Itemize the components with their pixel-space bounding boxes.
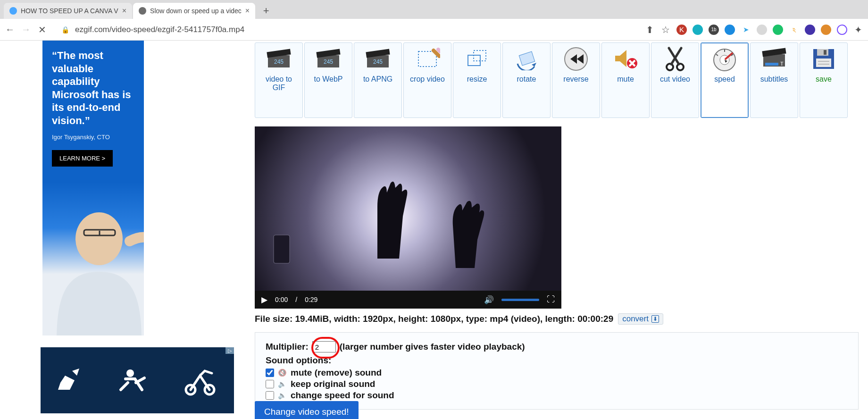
tool-rotate[interactable]: rotate: [502, 42, 551, 118]
extension-icon[interactable]: [821, 25, 831, 35]
option-mute[interactable]: 🔇 mute (remove) sound: [266, 368, 848, 378]
extension-icon[interactable]: 1b: [709, 25, 719, 35]
keep-checkbox[interactable]: [266, 380, 274, 388]
svg-text:245: 245: [373, 59, 383, 65]
change-checkbox[interactable]: [266, 391, 274, 400]
extension-icon[interactable]: [773, 25, 783, 35]
option-change[interactable]: 🔈 change speed for sound: [266, 390, 848, 401]
extension-icon[interactable]: [805, 25, 815, 35]
ad-graphic-icon: [53, 364, 91, 397]
tool-label: video to GIF: [266, 75, 292, 92]
tool-mute[interactable]: mute: [601, 42, 650, 118]
clapper-icon: 245: [364, 46, 392, 72]
ad-badge-icon: ▷: [225, 347, 234, 354]
extensions-menu-icon[interactable]: ✦: [853, 24, 863, 35]
browser-toolbar: ← → ✕ 🔒 ezgif.com/video-speed/ezgif-2-54…: [0, 19, 868, 41]
tool-speed[interactable]: speed: [701, 42, 749, 118]
extension-icon[interactable]: [837, 25, 847, 35]
ad-graphic-icon: [179, 364, 221, 397]
bookmark-icon[interactable]: ☆: [660, 24, 671, 35]
svg-rect-30: [765, 63, 778, 66]
multiplier-hint: (larger number gives faster video playba…: [340, 342, 525, 352]
stop-icon[interactable]: ✕: [37, 24, 47, 35]
address-url[interactable]: ezgif.com/video-speed/ezgif-2-5411757f0a…: [75, 25, 244, 34]
tool-label: save: [816, 75, 832, 84]
ad-cta-button[interactable]: LEARN MORE >: [52, 150, 113, 167]
svg-rect-38: [274, 235, 290, 263]
speed-options-form: Multiplier: (larger number gives faster …: [255, 332, 859, 410]
tool-label: reverse: [563, 75, 588, 84]
fullscreen-icon[interactable]: ⛶: [547, 295, 555, 304]
svg-text:T: T: [780, 61, 784, 67]
tool-cut-video[interactable]: cut video: [651, 42, 699, 118]
convert-label: convert: [622, 314, 649, 324]
tool-label: to WebP: [314, 75, 342, 84]
video-frame: [255, 126, 561, 291]
tab-close-icon[interactable]: ×: [245, 7, 250, 15]
tool-label: subtitles: [760, 75, 788, 84]
clapper-icon: 245: [314, 46, 342, 72]
browser-tab[interactable]: Slow down or speed up a videc ×: [133, 3, 255, 19]
back-icon[interactable]: ←: [5, 24, 15, 35]
crop-icon: [413, 46, 442, 72]
clapper-icon: 245: [265, 46, 293, 72]
volume-slider[interactable]: [501, 299, 539, 301]
resize-icon: [463, 46, 491, 72]
rewind-icon: [562, 46, 590, 72]
lock-icon[interactable]: 🔒: [61, 26, 69, 34]
tool-crop-video[interactable]: crop video: [403, 42, 451, 118]
extension-icon[interactable]: ➤: [741, 25, 751, 35]
browser-tab[interactable]: HOW TO SPEED UP A CANVA V ×: [4, 3, 132, 19]
scissors-icon: [661, 46, 689, 72]
toolbar-actions: ⬆︎ ☆ K 1b ➤ ঽ ✦: [644, 24, 863, 35]
svg-point-3: [126, 369, 134, 377]
phone-silhouette-icon: [269, 230, 297, 273]
extension-icon[interactable]: [725, 25, 735, 35]
gauge-icon: [710, 46, 739, 72]
extension-icon[interactable]: ঽ: [789, 25, 799, 35]
ad-byline: Igor Tsyganskiy, CTO: [52, 134, 134, 141]
multiplier-input[interactable]: [312, 341, 336, 352]
floppy-icon: [810, 46, 838, 72]
tool-to-apng[interactable]: 245 to APNG: [354, 42, 402, 118]
extension-icon[interactable]: [693, 25, 703, 35]
tool-subtitles[interactable]: T subtitles: [750, 42, 798, 118]
tool-label: cut video: [660, 75, 690, 84]
svg-text:245: 245: [324, 59, 333, 65]
change-speed-button[interactable]: Change video speed!: [255, 401, 359, 419]
share-icon[interactable]: ⬆︎: [644, 24, 655, 35]
svg-rect-18: [519, 51, 534, 66]
tool-video-to-gif[interactable]: 245 video to GIF: [255, 42, 303, 118]
new-tab-button[interactable]: +: [259, 4, 273, 18]
option-keep[interactable]: 🔈 keep original sound: [266, 379, 848, 389]
tool-reverse[interactable]: reverse: [552, 42, 600, 118]
volume-icon[interactable]: 🔊: [484, 295, 494, 305]
svg-text:245: 245: [274, 59, 284, 65]
mute-icon: [611, 46, 640, 72]
option-label: change speed for sound: [291, 390, 394, 401]
svg-point-0: [75, 212, 123, 265]
sound-options-header: Sound options:: [266, 355, 848, 366]
convert-button[interactable]: convert ⬇: [618, 313, 663, 325]
tool-save[interactable]: save: [800, 42, 848, 118]
tool-to-webp[interactable]: 245 to WebP: [304, 42, 352, 118]
ad-quote: “The most valuable capability Microsoft …: [52, 49, 134, 127]
forward-icon[interactable]: →: [21, 24, 31, 35]
bottom-ad[interactable]: ▷: [41, 347, 234, 413]
extension-icon[interactable]: K: [676, 25, 687, 35]
extension-icon[interactable]: [757, 25, 767, 35]
mute-checkbox[interactable]: [266, 369, 274, 377]
sidebar-ad[interactable]: “The most valuable capability Microsoft …: [42, 41, 144, 335]
tool-resize[interactable]: resize: [453, 42, 501, 118]
video-current-time: 0:00: [275, 296, 288, 303]
tool-label: speed: [714, 75, 735, 84]
tab-favicon: [139, 7, 146, 15]
download-icon: ⬇: [651, 315, 659, 323]
speaker-muted-icon: 🔇: [278, 369, 287, 377]
tab-close-icon[interactable]: ×: [122, 7, 126, 15]
speaker-icon: 🔈: [278, 391, 287, 400]
play-icon[interactable]: ▶: [261, 295, 267, 305]
svg-rect-15: [418, 51, 436, 67]
tool-label: crop video: [410, 75, 445, 84]
video-player[interactable]: ▶ 0:00 / 0:29 🔊 ⛶: [255, 126, 561, 309]
